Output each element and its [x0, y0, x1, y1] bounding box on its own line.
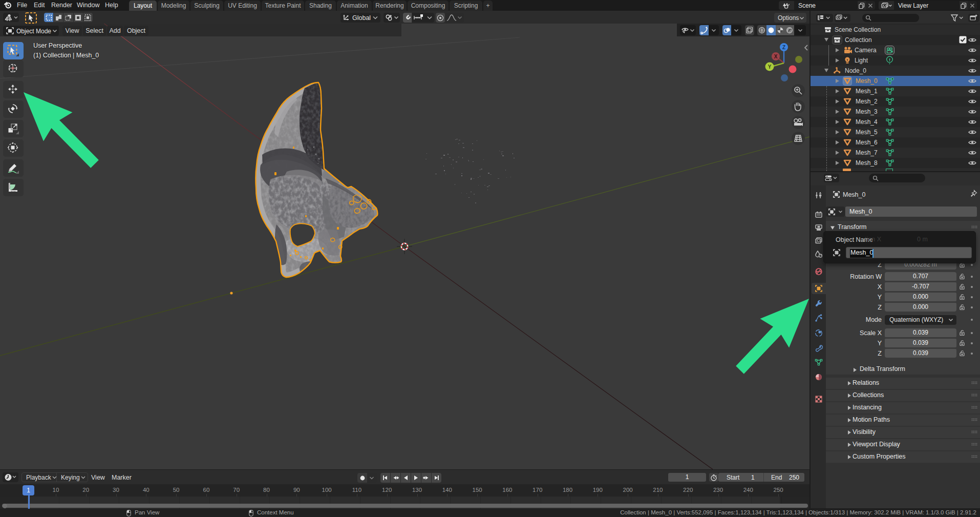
svg-text:Z: Z — [782, 45, 785, 50]
svg-text:X: X — [774, 54, 778, 59]
svg-text:Y: Y — [768, 64, 772, 70]
